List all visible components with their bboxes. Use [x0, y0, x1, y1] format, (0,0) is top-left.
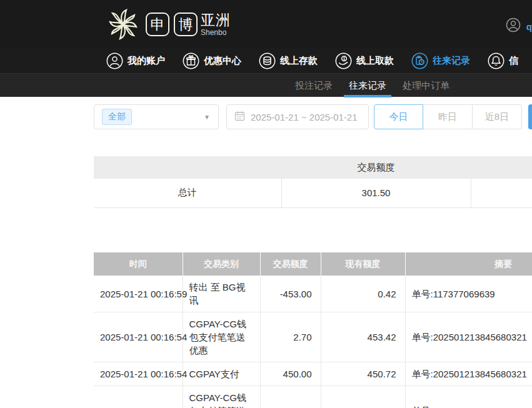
col-header-amount: 交易额度 — [260, 252, 321, 276]
cell-type: 转出 至 BG视讯 — [183, 276, 260, 312]
table-row: 2025-01-21 00:16:59 转出 至 BG视讯 -453.00 0.… — [94, 276, 532, 312]
gift-icon — [183, 52, 199, 69]
nav-label: 线上取款 — [356, 55, 394, 67]
cell-type: CGPAY支付 — [183, 362, 260, 386]
main-nav: 我的账户 优惠中心 — [0, 48, 532, 73]
col-header-note: 摘要 — [405, 252, 532, 276]
nav-label: 优惠中心 — [204, 55, 241, 67]
clipboard-clock-icon — [411, 52, 428, 69]
cell-note: 单号:202501213845680321 — [405, 362, 532, 386]
cell-time: 2025-01-21 00:11:53 — [94, 386, 183, 408]
tab-pending-orders[interactable]: 处理中订单 — [401, 74, 451, 97]
sub-nav: 投注记录 往来记录 处理中订单 — [0, 73, 532, 97]
logo-region-text: 亚洲 — [201, 13, 231, 27]
cell-note: 单号:117377069639 — [405, 276, 532, 312]
tab-transaction-records[interactable]: 往来记录 — [348, 74, 388, 97]
cell-time: 2025-01-21 00:16:54 — [94, 312, 183, 362]
coins-icon — [259, 52, 276, 69]
logo-char-shen: 申 — [146, 12, 169, 36]
summary-table: 交易额度 总计 301.50 — [94, 156, 532, 208]
tab-betting-records[interactable]: 投注记录 — [294, 74, 334, 97]
nav-item-my-account[interactable]: 我的账户 — [106, 52, 165, 69]
table-row: 2025-01-21 00:11:53 CGPAY-CG钱包支付笔笔送优惠 1.… — [94, 386, 532, 408]
tab-label: 投注记录 — [295, 80, 333, 92]
today-button[interactable]: 今日 — [374, 104, 423, 129]
quick-date-buttons: 今日 昨日 近8日 — [374, 104, 522, 129]
table-row: 2025-01-21 00:16:54 CGPAY-CG钱包支付笔笔送优惠 2.… — [94, 312, 532, 362]
user-avatar-icon — [506, 17, 521, 35]
nav-item-messages[interactable]: 信 — [488, 52, 518, 69]
flower-logo-icon — [105, 6, 141, 42]
date-range-text: 2025-01-21 ~ 2025-01-21 — [251, 112, 358, 122]
summary-empty-cell — [471, 179, 532, 207]
cell-amount: -453.00 — [260, 276, 321, 312]
cell-note: 单号:202501213845677191 — [405, 386, 532, 408]
summary-header-empty — [471, 156, 532, 179]
calendar-icon — [234, 111, 245, 124]
last-8-days-button[interactable]: 近8日 — [473, 104, 522, 129]
cell-balance: 302.72 — [321, 386, 405, 408]
cell-balance: 450.72 — [321, 362, 405, 386]
summary-total-label: 总计 — [94, 179, 281, 207]
nav-item-promotions[interactable]: 优惠中心 — [183, 52, 241, 69]
selected-type-chip[interactable]: 全部 — [102, 109, 132, 125]
site-logo[interactable]: 申 博 亚洲 Shenbo — [105, 5, 231, 44]
user-account[interactable]: qhhw — [506, 17, 532, 35]
table-row: 2025-01-21 00:16:54 CGPAY支付 450.00 450.7… — [94, 362, 532, 386]
tab-label: 处理中订单 — [403, 80, 449, 92]
col-header-balance: 现有额度 — [321, 252, 405, 276]
username-text: qhhw — [526, 21, 532, 32]
logo-char-bo: 博 — [174, 12, 198, 36]
cell-note: 单号:202501213845680321 — [405, 312, 532, 362]
nav-item-transaction-records[interactable]: 往来记录 — [411, 52, 470, 69]
date-range-input[interactable]: 2025-01-21 ~ 2025-01-21 — [226, 104, 369, 129]
nav-label: 往来记录 — [433, 55, 470, 67]
nav-item-deposit[interactable]: 线上存款 — [259, 52, 318, 69]
summary-header-row: 交易额度 — [94, 156, 532, 179]
transactions-table: 时间 交易类别 交易额度 现有额度 摘要 2025-01-21 00:16:59… — [94, 252, 532, 408]
cell-amount: 1.80 — [260, 386, 321, 408]
hand-money-icon — [335, 52, 352, 69]
logo-subtitle: Shenbo — [201, 29, 231, 36]
transaction-records-page: 申 博 亚洲 Shenbo qhhw — [0, 0, 532, 408]
type-select[interactable]: 全部 ▼ — [94, 104, 219, 129]
summary-total-value: 301.50 — [281, 179, 471, 207]
nav-item-withdraw[interactable]: 线上取款 — [335, 52, 394, 69]
cell-type: CGPAY-CG钱包支付笔笔送优惠 — [183, 386, 260, 408]
cell-type: CGPAY-CG钱包支付笔笔送优惠 — [183, 312, 260, 362]
col-header-type: 交易类别 — [183, 252, 260, 276]
summary-header-amount: 交易额度 — [281, 156, 471, 179]
nav-label: 我的账户 — [128, 55, 165, 67]
top-header: 申 博 亚洲 Shenbo qhhw — [0, 0, 532, 48]
chevron-down-icon: ▼ — [204, 114, 210, 121]
summary-header-empty — [94, 156, 281, 179]
nav-label: 信 — [509, 55, 518, 67]
cell-balance: 0.42 — [321, 276, 405, 312]
cell-time: 2025-01-21 00:16:54 — [94, 362, 183, 386]
query-button[interactable] — [528, 104, 532, 129]
cell-time: 2025-01-21 00:16:59 — [94, 276, 183, 312]
active-tab-underline — [344, 95, 391, 97]
cell-balance: 453.42 — [321, 312, 405, 362]
col-header-time: 时间 — [94, 252, 183, 276]
yesterday-button[interactable]: 昨日 — [423, 104, 473, 129]
cell-amount: 2.70 — [260, 312, 321, 362]
table-header-row: 时间 交易类别 交易额度 现有额度 摘要 — [94, 252, 532, 276]
bell-icon — [488, 52, 504, 69]
nav-label: 线上存款 — [280, 55, 318, 67]
summary-total-row: 总计 301.50 — [94, 179, 532, 207]
tab-label: 往来记录 — [349, 80, 386, 92]
user-icon — [106, 52, 123, 69]
cell-amount: 450.00 — [260, 362, 321, 386]
